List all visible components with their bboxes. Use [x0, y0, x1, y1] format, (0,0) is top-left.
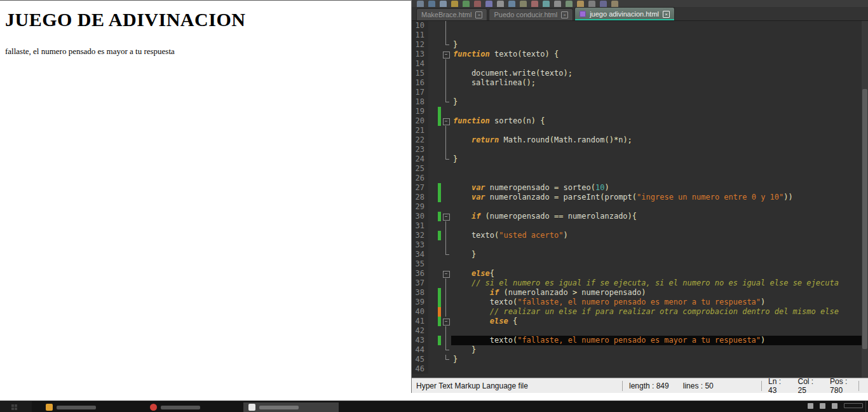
- code-text: // si el numero es igual if se ejecuta, …: [451, 278, 868, 288]
- code-text: [451, 88, 868, 97]
- line-number: 42: [412, 326, 428, 336]
- toolbar-icon-7[interactable]: [485, 1, 492, 7]
- toolbar-icon-13[interactable]: [554, 1, 561, 7]
- code-line-33[interactable]: 33: [412, 240, 868, 250]
- code-line-25[interactable]: 25: [412, 164, 868, 174]
- code-text: [451, 59, 868, 69]
- toolbar-icon-14[interactable]: [566, 1, 573, 7]
- code-line-46[interactable]: 46: [412, 364, 868, 374]
- toolbar-icon-15[interactable]: [577, 1, 584, 7]
- code-text: texto("fallaste, el numero pensado es ma…: [451, 336, 868, 345]
- toolbar-icon-4[interactable]: [451, 1, 458, 7]
- code-line-24[interactable]: 24}: [412, 154, 868, 164]
- line-number: 23: [412, 145, 428, 154]
- editor-scrollbar[interactable]: [862, 21, 868, 378]
- toolbar-icon-10[interactable]: [520, 1, 527, 7]
- close-tab-icon[interactable]: ×: [663, 11, 670, 18]
- toolbar-icon-18[interactable]: [611, 1, 618, 7]
- fold-toggle-icon[interactable]: [441, 50, 451, 59]
- line-number: 20: [412, 116, 428, 126]
- fold-margin: [441, 288, 451, 298]
- tab-makebrace.html[interactable]: MakeBrace.html×: [416, 8, 487, 20]
- code-line-44[interactable]: 44 }: [412, 345, 868, 355]
- code-line-26[interactable]: 26: [412, 174, 868, 183]
- code-text: [451, 107, 868, 116]
- code-line-32[interactable]: 32 texto("usted acerto"): [412, 231, 868, 240]
- volume-icon[interactable]: [820, 403, 825, 409]
- code-line-40[interactable]: 40 // realizar un else if para realizar …: [412, 307, 868, 317]
- taskbar-app-3[interactable]: [243, 402, 339, 412]
- code-line-21[interactable]: 21: [412, 126, 868, 135]
- taskbar-app-2[interactable]: [145, 402, 205, 412]
- scrollbar-thumb[interactable]: [862, 89, 867, 350]
- tab-juego-adivinacion.html[interactable]: juego adivinacion.html×: [574, 7, 675, 20]
- taskbar-clock[interactable]: [844, 403, 863, 408]
- tray-arrow-icon[interactable]: [808, 403, 813, 409]
- code-line-23[interactable]: 23: [412, 145, 868, 154]
- line-number: 33: [412, 240, 428, 250]
- code-line-16[interactable]: 16 saltarlinea();: [412, 78, 868, 88]
- code-line-36[interactable]: 36 else{: [412, 269, 868, 278]
- code-editor[interactable]: 101112}13function texto(texto) {1415 doc…: [412, 21, 868, 378]
- toolbar-icon-16[interactable]: [588, 1, 595, 7]
- show-desktop-button[interactable]: [865, 401, 868, 412]
- fold-toggle-icon[interactable]: [441, 212, 451, 221]
- toolbar-icon-9[interactable]: [508, 1, 515, 7]
- code-line-13[interactable]: 13function texto(texto) {: [412, 50, 868, 59]
- status-divider: [858, 381, 859, 391]
- fold-margin: [441, 231, 451, 240]
- code-line-41[interactable]: 41 else {: [412, 317, 868, 326]
- code-line-15[interactable]: 15 document.write(texto);: [412, 69, 868, 78]
- taskbar-app-1[interactable]: [41, 402, 101, 412]
- code-line-29[interactable]: 29: [412, 202, 868, 212]
- close-tab-icon[interactable]: ×: [561, 11, 568, 18]
- toolbar-icon-3[interactable]: [440, 1, 447, 7]
- fold-margin: [441, 126, 451, 135]
- code-line-14[interactable]: 14: [412, 59, 868, 69]
- fold-margin: [441, 40, 451, 50]
- code-line-35[interactable]: 35: [412, 259, 868, 269]
- toolbar-icon-2[interactable]: [428, 1, 435, 7]
- toolbar-icon-17[interactable]: [600, 1, 607, 7]
- code-line-45[interactable]: 45}: [412, 355, 868, 364]
- code-text: function sorteo(n) {: [451, 116, 868, 126]
- code-line-20[interactable]: 20function sorteo(n) {: [412, 116, 868, 126]
- toolbar-icon-11[interactable]: [531, 1, 538, 7]
- toolbar: [412, 0, 868, 7]
- code-text: else {: [451, 317, 868, 326]
- code-line-42[interactable]: 42: [412, 326, 868, 336]
- code-line-43[interactable]: 43 texto("fallaste, el numero pensado es…: [412, 336, 868, 345]
- code-line-37[interactable]: 37 // si el numero es igual if se ejecut…: [412, 278, 868, 288]
- fold-toggle-icon[interactable]: [441, 269, 451, 278]
- toolbar-icon-1[interactable]: [417, 1, 424, 7]
- start-button[interactable]: [0, 401, 32, 412]
- code-text: [451, 240, 868, 250]
- code-line-22[interactable]: 22 return Math.round(Math.random()*n);: [412, 135, 868, 145]
- close-tab-icon[interactable]: ×: [475, 11, 482, 18]
- code-line-28[interactable]: 28 var numerolanzado = parseInt(prompt("…: [412, 193, 868, 202]
- code-line-12[interactable]: 12}: [412, 40, 868, 50]
- code-line-38[interactable]: 38 if (numerolanzado > numeropensado): [412, 288, 868, 298]
- code-line-19[interactable]: 19: [412, 107, 868, 116]
- toolbar-icon-8[interactable]: [497, 1, 504, 7]
- code-line-11[interactable]: 11: [412, 31, 868, 40]
- network-icon[interactable]: [832, 403, 837, 409]
- toolbar-icon-12[interactable]: [543, 1, 550, 7]
- code-line-39[interactable]: 39 texto("fallaste, el numero pensado es…: [412, 298, 868, 307]
- code-text: return Math.round(Math.random()*n);: [451, 135, 868, 145]
- code-line-10[interactable]: 10: [412, 21, 868, 31]
- fold-margin: [441, 69, 451, 78]
- code-line-27[interactable]: 27 var numeropensado = sorteo(10): [412, 183, 868, 193]
- line-number: 24: [412, 154, 428, 164]
- code-line-18[interactable]: 18}: [412, 97, 868, 107]
- code-line-17[interactable]: 17: [412, 88, 868, 97]
- code-line-34[interactable]: 34 }: [412, 250, 868, 259]
- code-line-31[interactable]: 31: [412, 221, 868, 231]
- fold-toggle-icon[interactable]: [441, 317, 451, 326]
- tab-puedo-conducir.html[interactable]: Puedo conducir.html×: [489, 8, 573, 20]
- toolbar-icon-5[interactable]: [463, 1, 470, 7]
- code-line-30[interactable]: 30 if (numeropensado == numerolanzado){: [412, 212, 868, 221]
- fold-toggle-icon[interactable]: [441, 116, 451, 126]
- status-lines: lines : 50: [683, 381, 714, 390]
- toolbar-icon-6[interactable]: [474, 1, 481, 7]
